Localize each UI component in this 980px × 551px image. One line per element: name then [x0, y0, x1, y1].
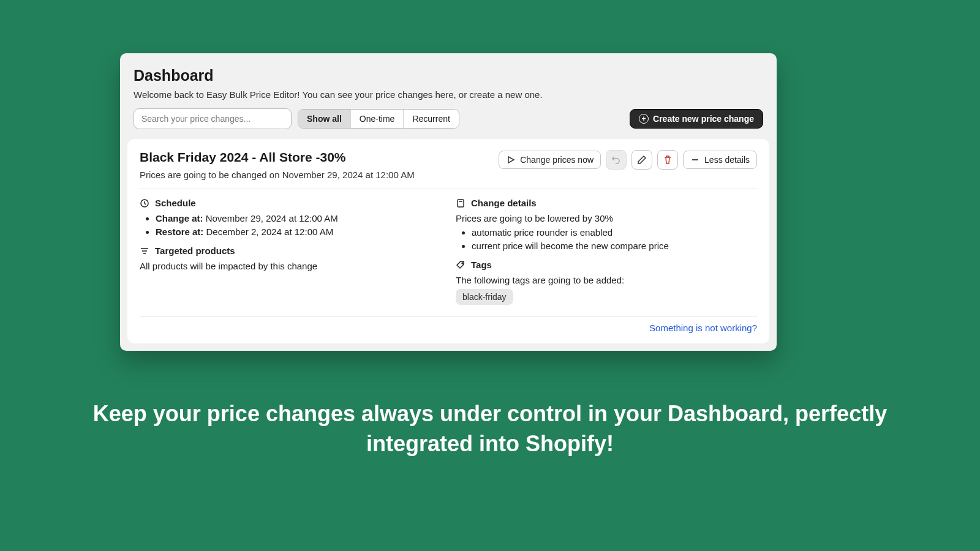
- plus-circle-icon: +: [639, 114, 649, 124]
- change-detail-item: automatic price rounder is enabled: [472, 227, 757, 238]
- tags-heading: Tags: [456, 260, 757, 270]
- change-detail-item: current price will become the new compar…: [472, 241, 757, 251]
- card-footer: Something is not working?: [127, 317, 769, 343]
- left-column: Schedule Change at: November 29, 2024 at…: [140, 198, 441, 305]
- right-column: Change details Prices are going to be lo…: [456, 198, 757, 305]
- svg-point-2: [462, 263, 463, 264]
- change-at-value: November 29, 2024 at 12:00 AM: [206, 213, 338, 223]
- page-subtitle: Welcome back to Easy Bulk Price Editor! …: [134, 89, 763, 100]
- schedule-list: Change at: November 29, 2024 at 12:00 AM…: [140, 213, 441, 237]
- create-new-price-change-button[interactable]: + Create new price change: [630, 109, 763, 129]
- change-prices-now-button[interactable]: Change prices now: [499, 151, 601, 169]
- clock-icon: [140, 198, 149, 208]
- price-change-card: Black Friday 2024 - All Store -30% Price…: [127, 139, 769, 343]
- card-body: Schedule Change at: November 29, 2024 at…: [127, 189, 769, 316]
- tags-intro: The following tags are going to be added…: [456, 275, 757, 285]
- trash-icon: [663, 155, 673, 165]
- undo-icon: [611, 155, 621, 165]
- delete-button[interactable]: [657, 150, 678, 170]
- change-details-intro: Prices are going to be lowered by 30%: [456, 213, 757, 223]
- filter-segmented-control: Show all One-time Recurrent: [298, 109, 459, 129]
- targeted-text: All products will be impacted by this ch…: [140, 261, 441, 271]
- minus-icon: [690, 155, 700, 165]
- schedule-heading: Schedule: [140, 198, 441, 208]
- targeted-heading: Targeted products: [140, 246, 441, 256]
- card-header: Black Friday 2024 - All Store -30% Price…: [127, 139, 769, 189]
- tags-heading-label: Tags: [471, 260, 492, 270]
- header: Dashboard Welcome back to Easy Bulk Pric…: [120, 53, 777, 108]
- page-title: Dashboard: [134, 67, 763, 84]
- tag-pill: black-friday: [456, 289, 513, 305]
- play-icon: [506, 155, 516, 165]
- toolbar: Show all One-time Recurrent + Create new…: [120, 108, 777, 139]
- create-button-label: Create new price change: [653, 114, 754, 124]
- edit-button[interactable]: [631, 150, 652, 170]
- undo-button: [606, 150, 627, 170]
- card-subtitle: Prices are going to be changed on Novemb…: [140, 170, 499, 180]
- filter-one-time[interactable]: One-time: [351, 110, 404, 128]
- filter-lines-icon: [140, 246, 149, 256]
- change-details-list: automatic price rounder is enabled curre…: [456, 227, 757, 251]
- schedule-change-row: Change at: November 29, 2024 at 12:00 AM: [156, 213, 441, 223]
- less-details-button[interactable]: Less details: [683, 151, 757, 169]
- calculator-icon: [456, 198, 466, 208]
- change-at-label: Change at:: [156, 213, 203, 223]
- targeted-heading-label: Targeted products: [155, 246, 235, 256]
- pencil-icon: [637, 155, 647, 165]
- less-details-label: Less details: [704, 155, 750, 165]
- change-details-heading-label: Change details: [471, 198, 537, 208]
- restore-at-label: Restore at:: [156, 227, 203, 237]
- card-title: Black Friday 2024 - All Store -30%: [140, 150, 499, 165]
- tag-icon: [456, 260, 466, 270]
- change-now-label: Change prices now: [520, 155, 594, 165]
- search-input[interactable]: [134, 108, 292, 129]
- card-actions: Change prices now Less details: [499, 150, 757, 170]
- filter-recurrent[interactable]: Recurrent: [404, 110, 458, 128]
- schedule-restore-row: Restore at: December 2, 2024 at 12:00 AM: [156, 227, 441, 237]
- restore-at-value: December 2, 2024 at 12:00 AM: [206, 227, 334, 237]
- marketing-caption: Keep your price changes always under con…: [0, 399, 980, 459]
- help-link[interactable]: Something is not working?: [649, 323, 757, 333]
- filter-show-all[interactable]: Show all: [298, 110, 351, 128]
- app-window: Dashboard Welcome back to Easy Bulk Pric…: [120, 53, 777, 351]
- schedule-heading-label: Schedule: [155, 198, 196, 208]
- change-details-heading: Change details: [456, 198, 757, 208]
